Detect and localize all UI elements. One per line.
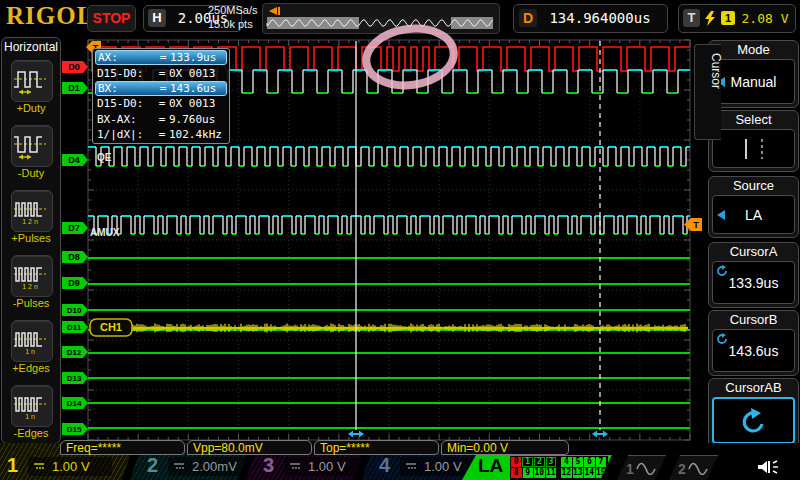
- cursor-a-button[interactable]: 133.9us: [712, 261, 795, 304]
- la-status[interactable]: LA 0123456789101112131415: [462, 455, 612, 480]
- rotate-ab-icon: [741, 408, 767, 434]
- bus-label-amux: AMUX: [90, 227, 120, 238]
- channel-tag-d8: D8: [62, 251, 88, 263]
- minus-edges-icon[interactable]: 1 n: [11, 385, 53, 427]
- source-title: Source: [709, 177, 798, 194]
- svg-text:1 2 n: 1 2 n: [22, 218, 38, 225]
- memory-depth: 15.0k pts: [208, 17, 264, 31]
- cursor-b-button[interactable]: 143.6us: [712, 329, 795, 372]
- svg-text:D11: D11: [67, 323, 82, 332]
- source-button[interactable]: LA: [712, 195, 795, 234]
- trigger-box[interactable]: T 1 2.08 V: [678, 4, 796, 33]
- probe-icon: [174, 463, 186, 471]
- generator-number: 2: [678, 461, 686, 477]
- ch1-wave-label: CH1: [90, 319, 132, 336]
- run-state-badge[interactable]: STOP: [87, 5, 136, 32]
- svg-text:CH1: CH1: [100, 321, 122, 333]
- delay-value: 134.964000us: [540, 10, 660, 26]
- cursor-select-icon: [734, 137, 774, 161]
- svg-text:D7: D7: [68, 223, 80, 233]
- channel-tag-d10: D10: [62, 304, 88, 316]
- svg-text:D9: D9: [68, 278, 80, 288]
- svg-text:D4: D4: [68, 155, 80, 165]
- cursor-ab-title: CursorAB: [709, 379, 798, 396]
- la-bit: 1: [522, 457, 533, 467]
- la-bit: 0: [511, 457, 521, 467]
- plus-pulses-icon[interactable]: 1 2 n: [11, 190, 53, 232]
- menu-tab-cursor: Cursor: [694, 44, 721, 140]
- horizontal-menu-panel: Horizontal +Duty-Duty1 2 n+Pulses1 2 n-P…: [1, 37, 61, 444]
- generator-2-status[interactable]: 2: [668, 455, 718, 480]
- la-bit: 8: [511, 468, 522, 478]
- svg-text:D12: D12: [67, 348, 82, 357]
- svg-text:D8: D8: [68, 252, 80, 262]
- channel-number: 1: [7, 454, 18, 477]
- source-value: LA: [745, 207, 762, 223]
- cursor-readout-row: AX:=133.9us: [95, 50, 227, 65]
- channel-tag-d9: D9: [62, 277, 88, 289]
- channel-scale: 2.00mV: [192, 459, 237, 474]
- waveform-preview[interactable]: [262, 3, 500, 34]
- channel-tag-d0: D0: [62, 61, 88, 73]
- preview-arrow-icon: [269, 7, 277, 15]
- cursor-ab-group: CursorAB: [708, 378, 799, 448]
- measure-vpp: Vpp=80.0mV: [187, 440, 312, 455]
- select-button[interactable]: [712, 129, 795, 168]
- svg-text:D10: D10: [67, 306, 82, 315]
- svg-text:D13: D13: [67, 374, 82, 383]
- generator-number: 1: [626, 461, 634, 477]
- svg-text:D0: D0: [68, 62, 80, 72]
- cursor-readout-row: BX:=143.6us: [95, 81, 227, 96]
- la-bit: 11: [546, 468, 557, 478]
- cursor-b-group: CursorB 143.6us: [708, 310, 799, 376]
- delay-box[interactable]: D 134.964000us: [513, 4, 668, 33]
- svg-text:1 n: 1 n: [25, 413, 35, 420]
- la-bit: 15: [596, 468, 607, 478]
- channel-tag-d11: D11: [62, 321, 88, 333]
- la-bit: 7: [596, 457, 606, 467]
- channel-tag-d14: D14: [62, 397, 88, 409]
- sample-rate-info: 250MSa/s 15.0k pts: [208, 3, 264, 31]
- cursor-readout-row: BX-AX:=9.760us: [95, 112, 227, 127]
- cursor-a-group: CursorA 133.9us: [708, 242, 799, 308]
- minus-pulses-icon[interactable]: 1 2 n: [11, 255, 53, 297]
- plus-duty-icon[interactable]: [11, 60, 53, 102]
- la-bit: 13: [573, 468, 584, 478]
- source-group: Source LA: [708, 176, 799, 238]
- cursor-readout-box: AX:=133.9usD15-D0:=0X 0013BX:=143.6usD15…: [92, 48, 230, 144]
- svg-text:D15: D15: [67, 425, 82, 434]
- channel-number: 3: [263, 454, 274, 477]
- cursor-ab-button[interactable]: [712, 397, 795, 444]
- left-menu-item-label: +Pulses: [2, 232, 60, 244]
- trigger-source-badge: 1: [721, 11, 735, 25]
- mode-button[interactable]: Manual: [712, 59, 795, 104]
- cursor-a-value: 133.9us: [729, 275, 779, 291]
- la-bit-grid: 0123456789101112131415: [510, 456, 608, 480]
- generator-1-status[interactable]: 1: [616, 455, 666, 480]
- trigger-level-value: 2.08 V: [739, 11, 791, 26]
- channel-scale: 1.00 V: [424, 459, 462, 474]
- measure-freq: Freq=*****: [60, 440, 185, 455]
- channel-status-bar: Freq=***** Vpp=80.0mV Top=***** Min=0.00…: [0, 443, 800, 480]
- minus-duty-icon[interactable]: [11, 125, 53, 167]
- probe-icon: [406, 463, 418, 471]
- sample-rate: 250MSa/s: [208, 3, 264, 17]
- channel-scale: 1.00 V: [308, 459, 346, 474]
- la-bit: 3: [546, 457, 557, 467]
- la-bit: 10: [534, 468, 545, 478]
- la-bit: 9: [523, 468, 534, 478]
- cursor-b-value: 143.6us: [729, 343, 779, 359]
- channel-tag-d7: D7: [62, 222, 88, 234]
- cursor-readout-row: D15-D0:=0X 0013: [95, 65, 227, 80]
- la-bit: 6: [584, 457, 594, 467]
- h-label: H: [148, 9, 166, 27]
- trigger-edge-icon: [703, 11, 717, 26]
- speaker-icon[interactable]: [757, 458, 781, 476]
- la-bit: 12: [561, 468, 572, 478]
- channel-number: 2: [147, 454, 158, 477]
- channel-number: 4: [379, 454, 390, 477]
- plus-edges-icon[interactable]: 1 n: [11, 320, 53, 362]
- cursor-position-arrow: [592, 431, 608, 438]
- la-bit: 4: [561, 457, 571, 467]
- channel-scale: 1.00 V: [52, 459, 90, 474]
